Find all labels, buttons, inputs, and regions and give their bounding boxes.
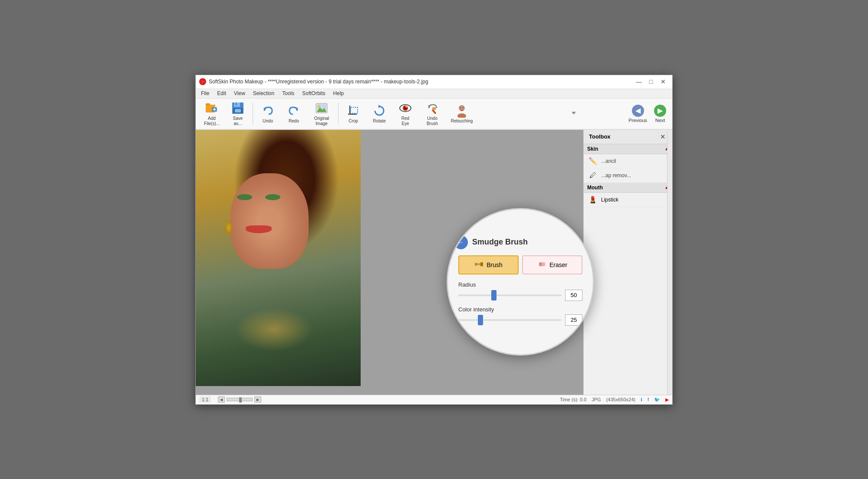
status-nav: ◀ ▶ — [218, 396, 261, 403]
toolbox-item-cap-remov[interactable]: 🖊 ...ap remov... — [584, 168, 672, 183]
undo-button[interactable]: Undo — [255, 100, 280, 127]
status-zoom: 1:1 — [199, 396, 211, 403]
toolbar-more-button[interactable] — [571, 110, 577, 117]
photo-eye-left — [237, 194, 252, 200]
toolbox-title-label: Toolbox — [589, 133, 611, 140]
rotate-button[interactable]: Rotate — [367, 100, 392, 127]
svg-rect-36 — [539, 262, 542, 266]
nav-buttons: ◀ Previous ▶ Next — [626, 103, 669, 125]
color-intensity-slider-thumb[interactable] — [478, 315, 483, 325]
svg-rect-18 — [351, 107, 358, 113]
minimize-button[interactable]: — — [633, 77, 644, 86]
next-arrow-icon: ▶ — [654, 105, 666, 117]
toolbox-item-lipstick[interactable]: 💄 Lipstick — [584, 193, 672, 207]
status-zoom-slider[interactable] — [227, 398, 253, 401]
add-files-button[interactable]: AddFile(s)... — [199, 100, 224, 127]
svg-rect-1 — [206, 103, 210, 105]
menu-file[interactable]: File — [197, 89, 213, 97]
toolbox-mouth-label: Mouth — [587, 185, 603, 191]
undo-icon — [261, 104, 275, 118]
menu-help[interactable]: Help — [330, 89, 348, 97]
color-intensity-slider-track[interactable] — [458, 319, 562, 321]
photo-lips — [246, 225, 272, 233]
brush-mode-label: Brush — [487, 261, 503, 268]
previous-arrow-icon: ◀ — [632, 105, 644, 117]
menu-tools[interactable]: Tools — [279, 89, 298, 97]
retouching-button[interactable]: Retouching — [447, 100, 477, 127]
color-intensity-slider-group: Color intensity 25 — [458, 306, 582, 326]
undo-label: Undo — [263, 119, 273, 124]
maximize-button[interactable]: □ — [645, 77, 657, 86]
toolbox-item-pencil[interactable]: ✏️ ...ancil — [584, 154, 672, 168]
status-facebook-icon[interactable]: f — [648, 397, 649, 402]
status-twitter-icon[interactable]: 🐦 — [654, 397, 660, 403]
toolbox-close-button[interactable]: ✕ — [658, 132, 667, 141]
pencil-icon: ✏️ — [588, 156, 598, 166]
menu-view[interactable]: View — [230, 89, 249, 97]
toolbox-section-skin[interactable]: Skin ▲ — [584, 144, 672, 154]
app-icon — [199, 78, 206, 85]
smudge-brush-mode-button[interactable]: Brush — [458, 255, 519, 274]
undo-brush-icon — [425, 101, 439, 115]
photo-canvas[interactable] — [196, 130, 361, 386]
radius-value[interactable]: 50 — [565, 290, 582, 301]
next-button[interactable]: ▶ Next — [651, 103, 669, 125]
undo-brush-label: UndoBrush — [427, 116, 438, 126]
svg-point-30 — [462, 107, 464, 109]
original-image-button[interactable]: OriginalImage — [307, 100, 336, 127]
color-intensity-label: Color intensity — [458, 306, 582, 313]
retouching-label: Retouching — [451, 119, 473, 124]
status-dimensions: (435x650x24) — [606, 397, 635, 402]
menu-edit[interactable]: Edit — [214, 89, 230, 97]
toolbar: AddFile(s)... Saveas... — [196, 99, 672, 130]
toolbox-section-mouth[interactable]: Mouth ▲ — [584, 183, 672, 193]
add-files-label: AddFile(s)... — [204, 116, 220, 126]
redo-button[interactable]: Redo — [281, 100, 306, 127]
menu-softorbits[interactable]: SoftOrbits — [299, 89, 329, 97]
cap-remov-icon: 🖊 — [588, 171, 598, 180]
svg-rect-7 — [235, 102, 237, 106]
toolbox-cap-label: ...ap remov... — [601, 172, 631, 178]
crop-icon — [346, 104, 360, 118]
photo-face — [230, 173, 309, 269]
next-label: Next — [655, 118, 665, 123]
photo-earring — [225, 221, 232, 234]
status-youtube-icon[interactable]: ▶ — [665, 397, 669, 403]
radius-slider-fill — [458, 294, 494, 296]
menu-selection[interactable]: Selection — [250, 89, 278, 97]
window-title: SoftSkin Photo Makeup - ****Unregistered… — [209, 79, 428, 85]
red-eye-button[interactable]: RedEye — [393, 100, 418, 127]
color-intensity-value[interactable]: 25 — [565, 314, 582, 326]
previous-button[interactable]: ◀ Previous — [626, 103, 650, 125]
crop-button[interactable]: Crop — [341, 100, 366, 127]
svg-point-29 — [460, 107, 461, 109]
smudge-eraser-mode-button[interactable]: Eraser — [522, 255, 582, 274]
undo-brush-button[interactable]: UndoBrush — [419, 100, 446, 127]
lipstick-icon: 💄 — [588, 195, 598, 205]
close-button[interactable]: ✕ — [658, 77, 669, 86]
status-nav-left[interactable]: ◀ — [218, 396, 225, 403]
svg-point-23 — [405, 106, 407, 108]
status-zoom-thumb — [239, 397, 242, 403]
svg-point-28 — [457, 113, 466, 118]
toolbox-scrollbar[interactable] — [667, 130, 672, 395]
toolbox-panel: Toolbox ✕ Skin ▲ ✏️ ...ancil 🖊 ...ap rem… — [583, 130, 672, 395]
toolbar-divider-1 — [253, 103, 253, 125]
status-bar: 1:1 ◀ ▶ Time (s): 0.0 JPG (435x650x24) ℹ… — [196, 395, 672, 404]
svg-marker-31 — [572, 112, 576, 114]
radius-slider-row: 50 — [458, 290, 582, 301]
status-right: Time (s): 0.0 JPG (435x650x24) ℹ f 🐦 ▶ — [560, 397, 669, 403]
photo-eye-right — [265, 194, 280, 200]
status-nav-right[interactable]: ▶ — [254, 396, 261, 403]
title-bar-left: SoftSkin Photo Makeup - ****Unregistered… — [199, 78, 428, 85]
eraser-mode-label: Eraser — [549, 261, 567, 268]
smudge-title: Smudge Brush — [472, 238, 528, 247]
status-format: JPG — [592, 397, 601, 402]
svg-rect-33 — [480, 262, 483, 266]
toolbox-lipstick-label: Lipstick — [601, 197, 618, 203]
radius-slider-thumb[interactable] — [491, 290, 496, 301]
save-as-button[interactable]: Saveas... — [225, 100, 250, 127]
smudge-mode-buttons: Brush Eraser — [458, 255, 582, 274]
radius-slider-track[interactable] — [458, 294, 562, 296]
crop-label: Crop — [349, 119, 358, 124]
